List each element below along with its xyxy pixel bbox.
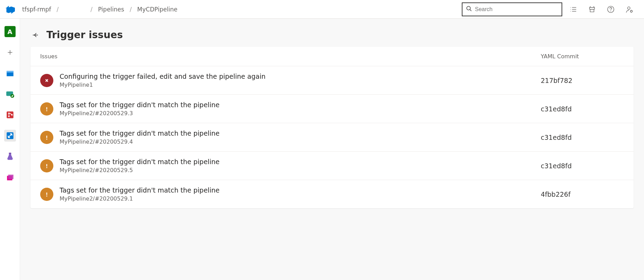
svg-rect-23 bbox=[9, 153, 11, 153]
warning-icon bbox=[40, 188, 53, 201]
search-box[interactable] bbox=[462, 2, 562, 16]
svg-point-9 bbox=[611, 11, 611, 11]
issue-title: Tags set for the trigger didn't match th… bbox=[60, 101, 541, 109]
back-button[interactable] bbox=[30, 30, 40, 40]
issue-body: Tags set for the trigger didn't match th… bbox=[60, 101, 541, 117]
issue-title: Tags set for the trigger didn't match th… bbox=[60, 186, 541, 194]
issue-commit: c31ed8fd bbox=[541, 162, 624, 170]
marketplace-icon[interactable] bbox=[588, 5, 596, 14]
breadcrumb-pipeline[interactable]: MyCDPipeline bbox=[137, 6, 177, 13]
topbar: tfspf-rmpf / / Pipelines / MyCDPipeline bbox=[0, 0, 644, 19]
issue-row[interactable]: Tags set for the trigger didn't match th… bbox=[30, 152, 634, 180]
issue-title: Configuring the trigger failed, edit and… bbox=[60, 73, 541, 80]
issue-row[interactable]: Configuring the trigger failed, edit and… bbox=[30, 66, 634, 95]
warning-icon bbox=[40, 131, 53, 144]
breadcrumb-org[interactable]: tfspf-rmpf bbox=[22, 6, 51, 13]
warning-icon bbox=[40, 159, 53, 172]
sidebar-workitems-icon[interactable] bbox=[4, 88, 16, 100]
issue-commit: c31ed8fd bbox=[541, 105, 624, 113]
issues-card: Issues YAML Commit Configuring the trigg… bbox=[30, 47, 634, 208]
issue-body: Configuring the trigger failed, edit and… bbox=[60, 73, 541, 88]
sidebar-project[interactable]: A bbox=[4, 26, 16, 37]
error-icon bbox=[40, 74, 53, 87]
svg-rect-15 bbox=[7, 71, 14, 73]
issue-subtitle: MyPipeline2/#20200529.3 bbox=[60, 110, 541, 117]
warning-icon bbox=[40, 102, 53, 116]
sidebar: A bbox=[0, 19, 20, 280]
sidebar-artifacts-icon[interactable] bbox=[4, 171, 16, 183]
help-icon[interactable] bbox=[607, 5, 615, 14]
svg-line-1 bbox=[470, 9, 471, 11]
sidebar-pipelines-icon[interactable] bbox=[4, 130, 16, 142]
breadcrumb-sep-icon: / bbox=[126, 6, 135, 13]
breadcrumbs: tfspf-rmpf / / Pipelines / MyCDPipeline bbox=[22, 6, 462, 13]
page-title: Trigger issues bbox=[46, 29, 123, 41]
svg-point-35 bbox=[46, 167, 47, 168]
sidebar-repos-icon[interactable] bbox=[4, 109, 16, 121]
issue-row[interactable]: Tags set for the trigger didn't match th… bbox=[30, 180, 634, 208]
svg-point-19 bbox=[8, 113, 9, 114]
search-icon bbox=[466, 6, 475, 13]
issue-commit: c31ed8fd bbox=[541, 134, 624, 141]
issue-subtitle: MyPipeline2/#20200529.5 bbox=[60, 167, 541, 173]
breadcrumb-sep-icon: / bbox=[87, 6, 96, 13]
svg-point-20 bbox=[8, 116, 9, 117]
main-content: Trigger issues Issues YAML Commit Config… bbox=[20, 19, 644, 280]
svg-rect-25 bbox=[8, 175, 13, 179]
breadcrumb-area[interactable]: Pipelines bbox=[98, 6, 124, 13]
list-icon[interactable] bbox=[569, 5, 577, 14]
search-input[interactable] bbox=[475, 6, 558, 12]
col-header-commit: YAML Commit bbox=[541, 53, 624, 60]
table-header: Issues YAML Commit bbox=[30, 47, 634, 66]
issue-commit: 217bf782 bbox=[541, 77, 624, 84]
sidebar-add[interactable] bbox=[4, 46, 16, 58]
svg-point-37 bbox=[46, 195, 47, 196]
issue-title: Tags set for the trigger didn't match th… bbox=[60, 158, 541, 166]
svg-point-10 bbox=[628, 7, 630, 9]
issue-subtitle: MyPipeline2/#20200529.1 bbox=[60, 195, 541, 202]
issue-body: Tags set for the trigger didn't match th… bbox=[60, 158, 541, 173]
issue-subtitle: MyPipeline1 bbox=[60, 82, 541, 88]
issue-body: Tags set for the trigger didn't match th… bbox=[60, 186, 541, 202]
issue-row[interactable]: Tags set for the trigger didn't match th… bbox=[30, 95, 634, 123]
issue-subtitle: MyPipeline2/#20200529.4 bbox=[60, 138, 541, 145]
issue-commit: 4fbb226f bbox=[541, 190, 624, 198]
issue-title: Tags set for the trigger didn't match th… bbox=[60, 129, 541, 137]
col-header-issues: Issues bbox=[40, 53, 541, 60]
svg-point-31 bbox=[46, 110, 47, 111]
project-avatar: A bbox=[5, 26, 16, 37]
breadcrumb-sep-icon: / bbox=[53, 6, 62, 13]
sidebar-testplans-icon[interactable] bbox=[4, 151, 16, 162]
page-header: Trigger issues bbox=[20, 29, 644, 47]
azure-devops-logo[interactable] bbox=[4, 3, 16, 15]
issue-row[interactable]: Tags set for the trigger didn't match th… bbox=[30, 123, 634, 152]
user-settings-icon[interactable] bbox=[625, 5, 634, 14]
issue-body: Tags set for the trigger didn't match th… bbox=[60, 129, 541, 145]
svg-point-0 bbox=[467, 6, 470, 10]
svg-point-33 bbox=[46, 138, 47, 139]
top-icons bbox=[569, 5, 640, 14]
sidebar-boards-icon[interactable] bbox=[4, 67, 16, 79]
